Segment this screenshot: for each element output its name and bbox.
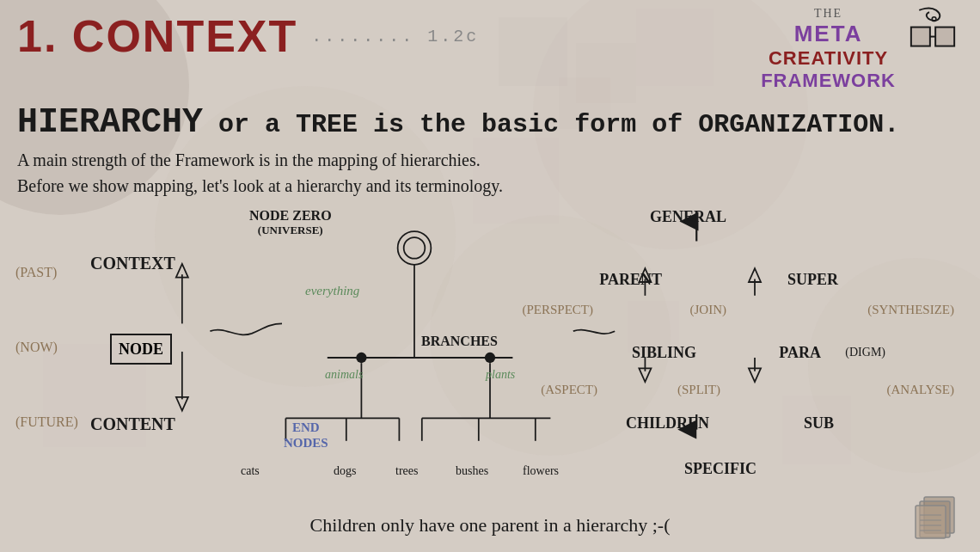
bottom-text: Children only have one parent in a hiera… [0, 514, 980, 537]
trees-label: trees [395, 464, 418, 478]
svg-point-12 [356, 353, 366, 363]
page-title: 1. CONTEXT [17, 10, 297, 62]
node-zero-text: NODE ZERO [249, 208, 332, 224]
cats-label: cats [241, 464, 260, 478]
animals-label: animals [325, 368, 363, 382]
intro-hierarchy: HIERARCHY [17, 103, 203, 142]
label-parent: PARENT [599, 271, 662, 289]
label-general: GENERAL [650, 208, 726, 226]
label-super: SUPER [787, 271, 838, 289]
tree-diagram [0, 206, 980, 509]
logo-area: THE META CREATIVITY FRAMEWORK [761, 7, 963, 92]
intro-section: HIERARCHY or a TREE is the basic form of… [17, 103, 963, 199]
label-join: (JOIN) [690, 303, 727, 317]
title-number: 1. [17, 11, 58, 61]
label-children: CHILDREN [626, 414, 709, 432]
label-specific: SPECIFIC [684, 460, 756, 478]
end-nodes-label: ENDNODES [284, 420, 328, 451]
svg-rect-40 [916, 506, 946, 538]
header: 1. CONTEXT ........ 1.2c [17, 10, 479, 62]
universe-text: (UNIVERSE) [249, 224, 332, 237]
label-sibling: SIBLING [632, 344, 696, 362]
title-text: CONTEXT [72, 11, 297, 61]
svg-point-8 [398, 231, 432, 265]
svg-rect-1 [911, 28, 930, 46]
label-sub: SUB [804, 414, 834, 432]
svg-point-0 [932, 17, 936, 21]
bushes-label: bushes [456, 464, 488, 478]
content-wrapper: 1. CONTEXT ........ 1.2c THE META CREATI… [0, 0, 980, 552]
logo-meta: META [761, 21, 896, 47]
logo-icon [903, 7, 963, 58]
flowers-label: flowers [523, 464, 559, 478]
label-perspect: (PERSPECT) [522, 303, 593, 317]
logo-framework: FRAMEWORK [761, 70, 896, 92]
svg-rect-2 [935, 28, 954, 46]
svg-point-14 [485, 353, 495, 363]
svg-point-9 [404, 237, 426, 259]
end-nodes-text: ENDNODES [284, 420, 328, 451]
logo-creativity: CREATIVITY [761, 47, 896, 70]
everything-label: everything [305, 284, 359, 298]
node-zero-label: NODE ZERO (UNIVERSE) [249, 208, 332, 237]
bottom-right-icon [911, 493, 963, 543]
intro-line1: HIERARCHY or a TREE is the basic form of… [17, 103, 963, 142]
label-digm: (DIGM) [845, 346, 885, 359]
intro-line2: A main strength of the Framework is in t… [17, 147, 963, 173]
diagram-area: (PAST) (NOW) (FUTURE) CONTEXT CONTENT NO… [0, 206, 980, 509]
branches-label: BRANCHES [421, 334, 498, 349]
label-aspect: (ASPECT) [541, 383, 597, 397]
plants-label: plants [486, 368, 515, 382]
label-analyse: (ANALYSE) [887, 383, 955, 397]
label-synthesize: (SYNTHESIZE) [867, 303, 954, 317]
label-para: PARA [779, 344, 821, 362]
dogs-label: dogs [334, 464, 356, 478]
intro-rest: or a TREE is the basic form of ORGANIZAT… [218, 110, 899, 139]
intro-line3: Before we show mapping, let's look at a … [17, 173, 963, 199]
subtitle: ........ 1.2c [311, 27, 479, 46]
logo-the: THE [761, 7, 896, 21]
label-split: (SPLIT) [677, 383, 720, 397]
